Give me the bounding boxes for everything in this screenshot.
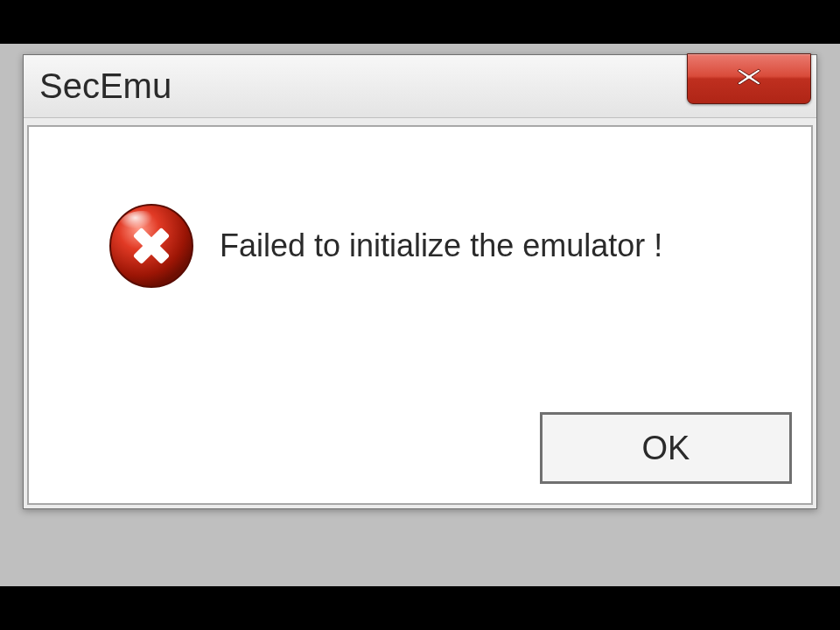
error-icon bbox=[108, 202, 195, 290]
error-message: Failed to initialize the emulator ! bbox=[220, 228, 662, 264]
titlebar[interactable]: SecEmu bbox=[24, 55, 816, 118]
error-dialog: SecEmu bbox=[23, 54, 817, 509]
close-icon bbox=[736, 66, 762, 91]
message-row: Failed to initialize the emulator ! bbox=[29, 127, 811, 307]
desktop-backdrop: SecEmu bbox=[0, 44, 840, 586]
close-button[interactable] bbox=[687, 53, 811, 104]
dialog-title: SecEmu bbox=[39, 66, 172, 106]
ok-button[interactable]: OK bbox=[540, 412, 792, 484]
dialog-content: Failed to initialize the emulator ! OK bbox=[27, 125, 813, 505]
button-row: OK bbox=[540, 412, 792, 484]
